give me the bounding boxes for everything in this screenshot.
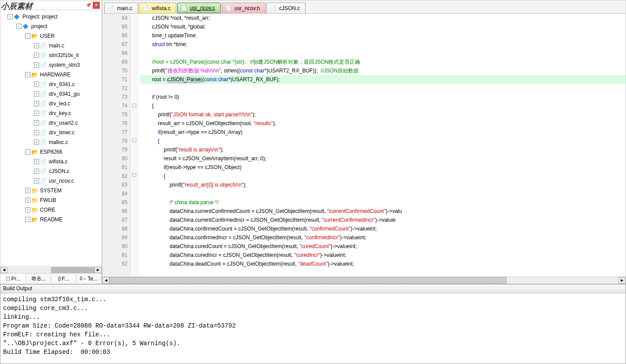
file-icon: 📄	[108, 5, 114, 11]
editor-area: 📄main.c 📄wifista.c 📄usr_ncov.c 📄usr_ncov…	[102, 0, 626, 284]
tree-project-node[interactable]: −project	[0, 22, 102, 31]
file-icon	[40, 43, 47, 49]
tab-usr-ncov-c[interactable]: 📄usr_ncov.c	[177, 3, 221, 13]
tree-file[interactable]: +drv_led.c	[0, 99, 102, 108]
tree-file[interactable]: +cJSON.c	[0, 166, 102, 176]
pin-icon[interactable]: 📌	[85, 2, 92, 9]
line-number-gutter: 6465666768697071727374757677787980818283…	[102, 14, 131, 277]
folder-icon	[31, 72, 38, 78]
folder-icon	[31, 197, 38, 203]
templates-tab-icon: 0→	[80, 276, 87, 281]
file-icon	[40, 178, 47, 184]
tab-project[interactable]: 📋Pr...	[0, 274, 26, 284]
build-output-title: Build Output	[0, 285, 626, 293]
tab-books[interactable]: 📚B...	[26, 274, 51, 284]
close-icon[interactable]: ✕	[93, 2, 100, 9]
tree-root[interactable]: −Project: project	[0, 12, 102, 22]
file-icon	[40, 139, 47, 145]
folder-icon	[31, 207, 38, 213]
folder-icon	[31, 149, 38, 155]
tree-file[interactable]: +drv_9341_gu	[0, 89, 102, 99]
tree-folder-esp[interactable]: −ESP8266	[0, 147, 102, 157]
file-icon	[40, 101, 47, 107]
tree-folder-core[interactable]: +CORE	[0, 205, 102, 215]
file-icon	[40, 120, 47, 126]
scroll-left-icon[interactable]: ◀	[102, 277, 109, 284]
tree-file[interactable]: +wifista.c	[0, 157, 102, 166]
file-icon	[40, 91, 47, 97]
file-icon	[40, 52, 47, 58]
file-icon	[40, 159, 47, 165]
tree-file[interactable]: +usr_ncov.c	[0, 176, 102, 186]
file-icon	[40, 130, 47, 136]
scroll-right-icon[interactable]: ▶	[95, 267, 102, 273]
tree-scrollbar[interactable]: ◀ ▶	[0, 266, 102, 273]
functions-tab-icon: {}	[58, 276, 61, 281]
tab-cjson-c[interactable]: 📄cJSON.c	[266, 3, 306, 13]
file-icon	[40, 110, 47, 116]
tree-file[interactable]: +system_stm3	[0, 60, 102, 70]
tree-folder-system[interactable]: +SYSTEM	[0, 186, 102, 195]
tab-functions[interactable]: {}F...	[51, 274, 76, 284]
tree-file[interactable]: +drv_key.c	[0, 108, 102, 118]
tree-file[interactable]: +drv_9341.c	[0, 79, 102, 89]
file-icon	[40, 81, 47, 87]
tab-usr-ncov-h[interactable]: 📄usr_ncov.h	[222, 3, 266, 13]
code-editor[interactable]: cJSON *root, *result_arr; cJSON *result,…	[138, 14, 626, 277]
file-icon: 📄	[181, 5, 187, 11]
folder-icon	[31, 33, 38, 39]
folder-icon	[31, 187, 38, 194]
project-tab-icon: 📋	[5, 276, 11, 281]
folder-icon	[31, 216, 38, 223]
project-panel: 📌 ✕ −Project: project −project −USER +ma…	[0, 0, 102, 284]
tree-folder-user[interactable]: −USER	[0, 31, 102, 41]
project-icon	[14, 14, 21, 20]
tab-templates[interactable]: 0→Te...	[76, 274, 102, 284]
scroll-left-icon[interactable]: ◀	[0, 267, 7, 273]
books-tab-icon: 📚	[31, 276, 36, 281]
scroll-thumb[interactable]	[109, 277, 506, 284]
file-icon: 📄	[143, 5, 149, 11]
tree-folder-readme[interactable]: −README	[0, 215, 102, 224]
tree-file[interactable]: +malloc.c	[0, 137, 102, 147]
file-icon: 📄	[270, 5, 277, 11]
tab-wifista-c[interactable]: 📄wifista.c	[139, 3, 176, 13]
build-output-panel: Build Output compiling stm32f10x_tim.c..…	[0, 284, 626, 364]
fold-column[interactable]: − − −	[131, 14, 138, 277]
tree-file[interactable]: +drv_usart2.c	[0, 118, 102, 128]
file-icon	[40, 168, 47, 174]
file-icon: 📄	[226, 5, 232, 11]
scroll-right-icon[interactable]: ▶	[619, 277, 626, 284]
tree-file[interactable]: +main.c	[0, 41, 102, 50]
project-tree[interactable]: −Project: project −project −USER +main.c…	[0, 10, 102, 266]
target-icon	[22, 23, 29, 29]
tab-main-c[interactable]: 📄main.c	[104, 3, 138, 13]
watermark-text: 小辰素材	[1, 1, 33, 11]
file-icon	[40, 62, 47, 68]
tree-folder-fwlib[interactable]: +FWLIB	[0, 195, 102, 205]
build-output-text[interactable]: compiling stm32f10x_tim.c... compiling c…	[0, 293, 626, 364]
editor-tab-bar: 📄main.c 📄wifista.c 📄usr_ncov.c 📄usr_ncov…	[102, 0, 626, 14]
tree-file[interactable]: +stm32f10x_it	[0, 50, 102, 60]
tree-file[interactable]: +drv_timer.c	[0, 128, 102, 137]
editor-scrollbar[interactable]: ◀ ▶	[102, 277, 626, 284]
tree-folder-hardware[interactable]: −HARDWARE	[0, 70, 102, 79]
